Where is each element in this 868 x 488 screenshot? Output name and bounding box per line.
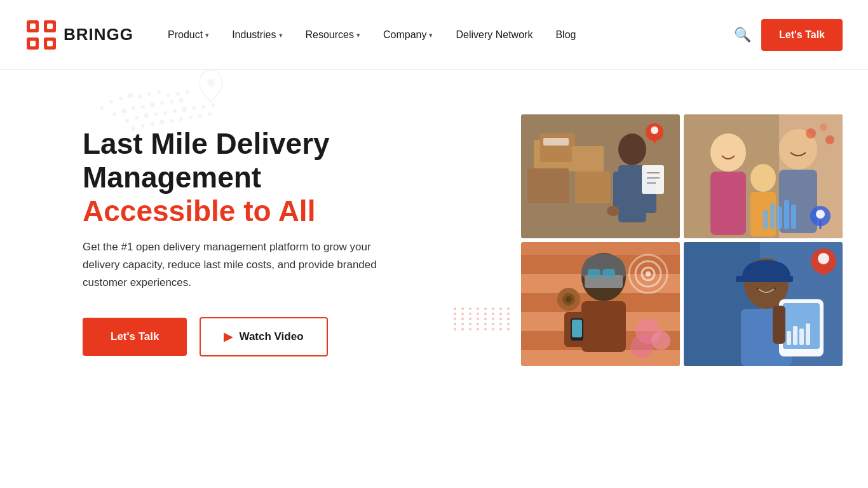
hero-image-grid: [521, 114, 843, 366]
hero-image-1: [521, 114, 680, 238]
search-icon[interactable]: 🔍: [734, 27, 751, 43]
svg-rect-95: [572, 320, 582, 337]
svg-point-25: [179, 98, 184, 103]
svg-rect-115: [793, 326, 797, 345]
chevron-down-icon: ▾: [429, 31, 433, 39]
svg-point-105: [566, 296, 572, 302]
nav-cta-button[interactable]: Let's Talk: [761, 19, 843, 51]
svg-point-24: [170, 100, 173, 104]
hero-title: Last Mile Delivery Management Accessible…: [83, 127, 413, 228]
svg-point-119: [818, 253, 829, 264]
hero-buttons: Let's Talk ▶ Watch Video: [83, 317, 413, 356]
dot-pattern-decoration: [454, 308, 512, 330]
svg-rect-80: [777, 207, 782, 229]
svg-point-71: [750, 164, 776, 192]
svg-rect-4: [30, 24, 36, 29]
svg-point-22: [150, 102, 155, 107]
nav-item-delivery-network[interactable]: Delivery Network: [447, 24, 541, 46]
svg-point-53: [618, 133, 646, 165]
logo-text: BRINGG: [64, 25, 133, 44]
logo-link[interactable]: BRINGG: [25, 19, 133, 51]
svg-rect-49: [527, 168, 569, 203]
svg-point-67: [710, 133, 746, 172]
svg-point-9: [109, 100, 113, 104]
play-icon: ▶: [224, 330, 233, 344]
svg-point-17: [186, 90, 189, 94]
chevron-down-icon: ▾: [279, 31, 283, 39]
svg-rect-91: [602, 269, 615, 278]
svg-rect-5: [30, 41, 36, 46]
hero-image-2: [684, 114, 843, 238]
svg-point-13: [147, 92, 151, 96]
svg-rect-90: [588, 269, 600, 278]
chevron-down-icon: ▾: [205, 31, 209, 39]
hero-content: Last Mile Delivery Management Accessible…: [83, 108, 413, 356]
svg-point-12: [138, 95, 142, 98]
svg-point-15: [166, 93, 170, 97]
nav-item-resources[interactable]: Resources ▾: [297, 24, 369, 46]
hero-image-3: [521, 242, 680, 366]
hero-image-4: [684, 242, 843, 366]
svg-rect-48: [540, 133, 575, 162]
svg-rect-120: [773, 306, 785, 344]
nav-item-industries[interactable]: Industries ▾: [223, 24, 291, 46]
svg-rect-79: [770, 203, 775, 229]
svg-rect-81: [784, 200, 789, 229]
svg-rect-51: [575, 172, 610, 203]
svg-point-74: [820, 123, 827, 131]
svg-rect-78: [763, 210, 768, 229]
svg-point-77: [816, 210, 825, 219]
svg-rect-7: [47, 41, 53, 46]
svg-point-11: [128, 93, 133, 98]
svg-point-102: [630, 336, 653, 358]
svg-point-63: [651, 126, 658, 134]
hero-image-area: [438, 114, 843, 369]
svg-point-16: [176, 92, 180, 96]
hero-cta-button[interactable]: Let's Talk: [83, 318, 187, 356]
svg-rect-58: [642, 165, 664, 194]
svg-point-35: [211, 103, 215, 107]
nav-links: Product ▾ Industries ▾ Resources ▾ Compa…: [159, 24, 734, 46]
navigation: BRINGG Product ▾ Industries ▾ Resources …: [0, 0, 868, 70]
chevron-down-icon: ▾: [356, 31, 360, 39]
nav-item-product[interactable]: Product ▾: [159, 24, 218, 46]
svg-point-99: [646, 271, 651, 276]
svg-point-14: [157, 90, 161, 94]
svg-point-23: [160, 101, 164, 105]
svg-point-75: [825, 135, 834, 144]
svg-point-73: [806, 128, 816, 139]
hero-description: Get the #1 open delivery management plat…: [83, 238, 388, 292]
hero-title-accent: Accessible to All: [83, 194, 413, 228]
svg-rect-52: [543, 138, 569, 146]
svg-rect-92: [581, 301, 626, 352]
svg-point-57: [607, 206, 620, 216]
svg-rect-68: [710, 172, 746, 235]
svg-rect-6: [47, 24, 53, 29]
svg-rect-114: [787, 331, 791, 345]
svg-rect-50: [572, 146, 604, 172]
nav-item-company[interactable]: Company ▾: [374, 24, 442, 46]
nav-item-blog[interactable]: Blog: [546, 24, 585, 46]
logo-icon: [25, 19, 57, 51]
svg-point-10: [119, 97, 123, 100]
watch-video-button[interactable]: ▶ Watch Video: [200, 317, 327, 356]
svg-rect-55: [613, 172, 625, 210]
svg-rect-117: [806, 323, 810, 345]
hero-section: Last Mile Delivery Management Accessible…: [0, 70, 868, 488]
svg-point-101: [651, 331, 670, 350]
svg-rect-82: [791, 205, 796, 229]
svg-rect-116: [799, 329, 804, 345]
svg-rect-110: [736, 276, 793, 282]
svg-point-45: [207, 79, 215, 86]
nav-right: 🔍 Let's Talk: [734, 19, 843, 51]
